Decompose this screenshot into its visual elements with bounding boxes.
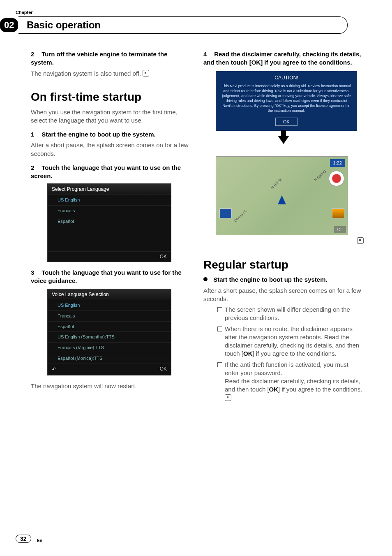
caution-ok-button[interactable]: OK [275,118,297,126]
map-panel: 1:22 N Hill St Olvera St N Spring Off [216,156,348,235]
end-section-icon [225,394,231,401]
language-option[interactable]: US English [48,195,171,205]
step4-heading: 4 Read the disclaimer carefully, checkin… [203,50,364,67]
step-number: 1 [31,130,40,139]
ok-literal: OK [269,386,279,393]
regular-body: After a short pause, the splash screen c… [203,287,364,303]
map-off-button[interactable]: Off [334,226,346,234]
step-number: 2 [31,164,40,172]
note-item: When there is no route, the disclaimer a… [217,325,364,358]
voice-option[interactable]: Español [48,321,171,332]
language-panel-header: Select Program Language [48,184,171,195]
step2-title-text: Turn off the vehicle engine to terminate… [31,51,168,66]
step2-body: The navigation system is also turned off… [31,70,191,78]
step3-heading: 3 Touch the language that you want to us… [31,269,191,285]
ok-button[interactable]: OK [160,253,167,260]
voice-option[interactable]: Español (Monica):TTS [48,353,171,364]
regular-bullet-heading: Start the engine to boot up the system. [203,276,364,284]
map-left-button-icon[interactable] [219,208,232,218]
note-item: The screen shown will differ depending o… [217,306,364,322]
bullet-icon [203,277,208,281]
voice-panel-header: Voice Language Selection [48,289,171,300]
language-option[interactable]: Français [48,205,171,216]
first-time-intro: When you use the navigation system for t… [31,108,191,125]
restart-text: The navigation system will now restart. [31,382,191,390]
street-label: Olvera St [233,209,247,223]
page-language: En [37,538,42,543]
map-clock: 1:22 [330,159,345,167]
street-label: N Spring [313,169,327,183]
step1-heading: 1 Start the engine to boot up the system… [31,130,191,139]
chapter-header: 02 Basic operation [0,16,367,34]
step1-title: Start the engine to boot up the system. [42,131,156,138]
caution-title: CAUTION! [221,74,352,81]
heading-first-time-startup: On first-time startup [31,89,191,105]
map-right-button-icon[interactable] [332,208,344,218]
compass-icon[interactable] [329,171,344,186]
note-item: If the anti-theft function is activated,… [217,361,364,402]
step1-body: After a short pause, the splash screen c… [31,141,191,158]
language-select-panel: Select Program Language US English Franç… [47,183,171,262]
caution-panel: CAUTION! This Navi product is intended s… [216,71,357,131]
street-label: N Hill St [270,178,283,191]
note-text: If the anti-theft function is activated,… [225,361,348,376]
voice-option[interactable]: Français [48,310,171,321]
notes-list: The screen shown will differ depending o… [203,306,364,402]
step4-title: Read the disclaimer carefully, checking … [203,51,361,66]
end-section-icon [143,70,149,76]
right-column: 4 Read the disclaimer carefully, checkin… [203,50,364,405]
note-text: ] if you agree to the conditions. [278,386,362,393]
step3-title: Touch the language that you want to use … [31,269,182,284]
chapter-title: Basic operation [27,19,101,30]
chapter-number-badge: 02 [0,18,18,32]
note-text: ] if you agree to the conditions. [253,350,337,357]
left-column: 2 Turn off the vehicle engine to termina… [31,50,191,405]
ok-button[interactable]: OK [160,366,167,373]
voice-option[interactable]: US English (Samantha):TTS [48,331,171,342]
voice-option[interactable]: Français (Virginie):TTS [48,342,171,353]
heading-regular-startup: Regular startup [203,257,364,273]
voice-option[interactable]: US English [48,300,171,310]
regular-bullet-title: Start the engine to boot up the system. [213,276,327,283]
end-section-icon [357,237,364,244]
position-arrow-icon [278,195,286,204]
step-number: 2 [31,50,40,58]
ok-literal: OK [243,350,253,357]
language-option[interactable]: Español [48,216,171,227]
step2b-title: Touch the language that you want to use … [31,164,181,179]
step2-heading: 2 Turn off the vehicle engine to termina… [31,50,191,67]
arrow-down-icon [278,136,289,144]
caution-body: This Navi product is intended solely as … [221,83,352,114]
back-button[interactable]: ↶ [52,366,57,373]
chapter-title-wrap: Basic operation [18,16,348,34]
step2-body-text: The navigation system is also turned off… [31,70,141,77]
step-number: 3 [31,269,40,277]
chapter-label: Chapter [16,10,33,15]
step2b-heading: 2 Touch the language that you want to us… [31,164,191,181]
step-number: 4 [203,50,212,58]
page-number: 32 [16,535,31,543]
voice-language-panel: Voice Language Selection US English Fran… [47,289,171,375]
